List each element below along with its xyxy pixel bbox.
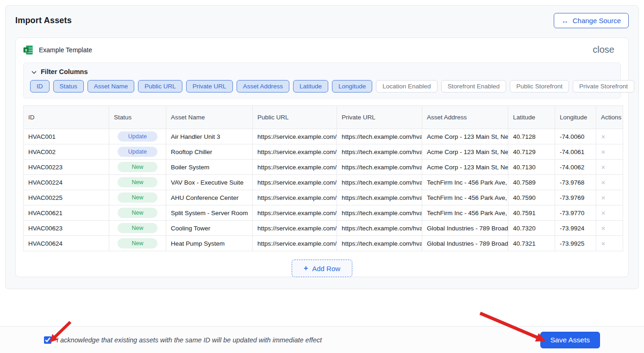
filter-chip-private-storefront[interactable]: Private Storefront <box>573 80 634 93</box>
cell-id: HVAC001 <box>24 129 109 144</box>
status-badge: New <box>118 177 157 187</box>
filter-chip-private-url[interactable]: Private URL <box>186 80 233 93</box>
acknowledge-text: I acknowledge that existing assets with … <box>56 336 322 344</box>
remove-row-icon[interactable]: ✕ <box>601 149 606 155</box>
plus-icon: + <box>304 264 308 272</box>
footer-bar: I acknowledge that existing assets with … <box>0 326 644 353</box>
table-row: HVAC002UpdateRooftop Chillerhttps://serv… <box>24 144 623 160</box>
filter-chip-storefront-enabled[interactable]: Storefront Enabled <box>441 80 506 93</box>
acknowledgement-row: I acknowledge that existing assets with … <box>44 336 322 344</box>
cell-id: HVAC00223 <box>24 160 109 175</box>
filter-chip-public-url[interactable]: Public URL <box>138 80 182 93</box>
filter-columns-label: Filter Columns <box>41 68 88 75</box>
remove-row-icon[interactable]: ✕ <box>601 164 606 171</box>
cell-id: HVAC00624 <box>24 236 109 251</box>
add-row-button[interactable]: + Add Row <box>292 260 352 277</box>
column-header-asset-address: Asset Address <box>422 106 508 129</box>
cell-longitude: -73.9769 <box>555 190 596 205</box>
cell-id: HVAC002 <box>24 144 109 160</box>
cell-latitude: 40.7321 <box>508 236 555 251</box>
cell-asset-address: Global Industries - 789 Broadway, <box>422 221 508 236</box>
cell-id: HVAC00621 <box>24 205 109 221</box>
panel-header: Import Assets ↔ Change Source <box>15 13 629 28</box>
change-source-button[interactable]: ↔ Change Source <box>554 13 629 28</box>
table-row: HVAC00224NewVAV Box - Executive Suitehtt… <box>24 175 623 190</box>
table-body: HVAC001UpdateAir Handler Unit 3https://s… <box>24 129 623 251</box>
cell-actions: ✕ <box>596 175 623 190</box>
cell-latitude: 40.7590 <box>508 190 555 205</box>
cell-asset-name: Cooling Tower <box>166 221 253 236</box>
filter-chip-latitude[interactable]: Latitude <box>293 80 328 93</box>
cell-asset-name: Split System - Server Room <box>166 205 253 221</box>
swap-arrows-icon: ↔ <box>562 17 569 24</box>
cell-longitude: -73.9925 <box>555 236 596 251</box>
cell-latitude: 40.7129 <box>508 144 555 160</box>
filter-panel: Filter Columns IDStatusAsset NamePublic … <box>23 62 621 99</box>
cell-actions: ✕ <box>596 144 623 160</box>
cell-public-url: https://service.example.com/hvac0 <box>253 160 337 175</box>
filter-chip-longitude[interactable]: Longitude <box>332 80 372 93</box>
filter-chip-location-enabled[interactable]: Location Enabled <box>376 80 437 93</box>
cell-longitude: -73.9770 <box>555 205 596 221</box>
cell-private-url: https://tech.example.com/hvac00 <box>337 160 422 175</box>
cell-longitude: -74.0062 <box>555 160 596 175</box>
cell-asset-address: Acme Corp - 123 Main St, New Yo <box>422 144 508 160</box>
add-row-label: Add Row <box>312 265 340 272</box>
cell-status: New <box>109 190 166 205</box>
cell-public-url: https://service.example.com/hvac0 <box>253 144 337 160</box>
cell-public-url: https://service.example.com/hvac0 <box>253 190 337 205</box>
cell-private-url: https://tech.example.com/hvac00 <box>337 129 422 144</box>
cell-private-url: https://tech.example.com/hvac00 <box>337 190 422 205</box>
cell-latitude: 40.7589 <box>508 175 555 190</box>
close-button[interactable]: close <box>593 44 621 55</box>
cell-asset-address: Acme Corp - 123 Main St, New Yo <box>422 129 508 144</box>
save-assets-button[interactable]: Save Assets <box>540 332 600 348</box>
column-header-status: Status <box>109 106 166 129</box>
cell-asset-address: TechFirm Inc - 456 Park Ave, New <box>422 190 508 205</box>
remove-row-icon[interactable]: ✕ <box>601 180 606 186</box>
remove-row-icon[interactable]: ✕ <box>601 195 606 201</box>
remove-row-icon[interactable]: ✕ <box>601 225 606 232</box>
column-header-id: ID <box>24 106 109 129</box>
cell-asset-name: VAV Box - Executive Suite <box>166 175 253 190</box>
column-header-actions: Actions <box>596 106 623 129</box>
cell-actions: ✕ <box>596 129 623 144</box>
cell-status: New <box>109 205 166 221</box>
cell-status: Update <box>109 144 166 160</box>
filter-chip-asset-address[interactable]: Asset Address <box>237 80 289 93</box>
remove-row-icon[interactable]: ✕ <box>601 134 606 140</box>
column-header-longitude: Longitude <box>555 106 596 129</box>
chevron-down-icon <box>31 68 37 75</box>
cell-status: New <box>109 175 166 190</box>
cell-actions: ✕ <box>596 221 623 236</box>
cell-status: New <box>109 236 166 251</box>
status-badge: New <box>118 192 157 203</box>
table-row: HVAC00624NewHeat Pump Systemhttps://serv… <box>24 236 623 251</box>
column-header-public-url: Public URL <box>253 106 337 129</box>
acknowledge-checkbox[interactable] <box>44 336 51 344</box>
cell-public-url: https://service.example.com/hvac0 <box>253 129 337 144</box>
filter-chip-status[interactable]: Status <box>53 80 84 93</box>
cell-status: New <box>109 221 166 236</box>
status-badge: New <box>118 208 157 218</box>
column-header-private-url: Private URL <box>337 106 422 129</box>
cell-asset-address: Acme Corp - 123 Main St, New Yo <box>422 160 508 175</box>
add-row-container: + Add Row <box>23 260 621 277</box>
template-card: x Example Template close Filter Columns … <box>15 37 629 277</box>
cell-asset-name: Rooftop Chiller <box>166 144 253 160</box>
status-badge: Update <box>118 147 157 157</box>
cell-private-url: https://tech.example.com/hvac00 <box>337 221 422 236</box>
remove-row-icon[interactable]: ✕ <box>601 241 606 247</box>
cell-status: New <box>109 160 166 175</box>
change-source-label: Change Source <box>573 17 621 25</box>
remove-row-icon[interactable]: ✕ <box>601 210 606 217</box>
filter-columns-toggle[interactable]: Filter Columns <box>30 68 88 75</box>
status-badge: New <box>118 238 157 248</box>
filter-chip-public-storefront[interactable]: Public Storefront <box>510 80 569 93</box>
cell-private-url: https://tech.example.com/hvac00 <box>337 236 422 251</box>
cell-private-url: https://tech.example.com/hvac00 <box>337 144 422 160</box>
cell-latitude: 40.7320 <box>508 221 555 236</box>
filter-chip-id[interactable]: ID <box>30 80 50 93</box>
cell-latitude: 40.7128 <box>508 129 555 144</box>
filter-chip-asset-name[interactable]: Asset Name <box>88 80 135 93</box>
